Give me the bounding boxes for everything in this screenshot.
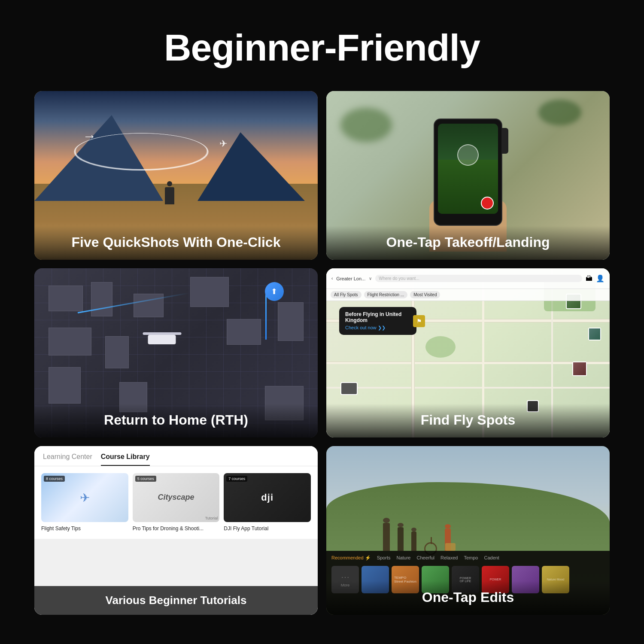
edits-tab-relaxed[interactable]: Relaxed <box>440 555 458 561</box>
dji-logo: dji <box>261 492 273 503</box>
course3-badge: 7 courses <box>226 476 247 482</box>
map-popup-link[interactable]: Check out now ❯❯ <box>345 325 410 331</box>
course1-badge: 8 courses <box>44 476 65 482</box>
card-rth[interactable]: ⬆ Return to Home (RTH) <box>34 268 318 437</box>
tutorials-footer-label: Various Beginner Tutorials <box>34 586 318 615</box>
course2-name: Pro Tips for Droning & Shooti... <box>133 526 220 532</box>
edits-tab-recommended[interactable]: Recommended ⚡ <box>331 555 371 561</box>
quickshots-label: Five QuickShots With One-Click <box>34 226 318 260</box>
takeoff-label: One-Tap Takeoff/Landing <box>326 226 610 260</box>
rth-icon: ⬆ <box>265 282 284 301</box>
flyspot-tab1[interactable]: All Fly Spots <box>331 291 361 298</box>
course3-name: DJI Fly App Tutorial <box>224 526 311 532</box>
tab-course-library[interactable]: Course Library <box>101 453 150 466</box>
edits-tab-cadent[interactable]: Cadent <box>484 555 499 561</box>
cityscape-text: Cityscape <box>158 493 194 502</box>
page-title: Beginner-Friendly <box>164 26 480 70</box>
course1-name: Flight Safety Tips <box>41 526 128 532</box>
card-flyspots[interactable]: ‹ Greater Lon... ∨ Where do you want... … <box>326 268 610 437</box>
edits-tab-nature[interactable]: Nature <box>396 555 410 561</box>
course-1[interactable]: 8 courses Flight Safety Tips <box>41 473 128 532</box>
rth-label: Return to Home (RTH) <box>34 404 318 437</box>
course2-badge: 5 courses <box>135 476 156 482</box>
flyspot-tab3[interactable]: Most Visited <box>410 291 440 298</box>
edits-tab-cheerful[interactable]: Cheerful <box>416 555 434 561</box>
edits-tab-tempo[interactable]: Tempo <box>464 555 478 561</box>
card-takeoff[interactable]: One-Tap Takeoff/Landing <box>326 91 610 260</box>
card-tutorials[interactable]: Learning Center Course Library 8 courses… <box>34 446 318 615</box>
card-edits[interactable]: Recommended ⚡ Sports Nature Cheerful Rel… <box>326 446 610 615</box>
flyspots-label: Find Fly Spots <box>326 404 610 437</box>
course-2[interactable]: 5 courses Cityscape Tutorial Pro Tips fo… <box>133 473 220 532</box>
tab-learning-center[interactable]: Learning Center <box>43 453 92 466</box>
edits-label: One-Tap Edits <box>326 581 610 615</box>
map-region: Greater Lon... <box>336 276 365 281</box>
flyspot-tab2[interactable]: Flight Restriction ... <box>364 291 408 298</box>
course-3[interactable]: 7 courses dji DJI Fly App Tutorial <box>224 473 311 532</box>
feature-grid: → ✈ Five QuickShots With One-Click <box>34 91 610 615</box>
map-popup-title: Before Flying in United Kingdom <box>345 311 410 323</box>
card-quickshots[interactable]: → ✈ Five QuickShots With One-Click <box>34 91 318 260</box>
edits-tab-sports[interactable]: Sports <box>377 555 391 561</box>
